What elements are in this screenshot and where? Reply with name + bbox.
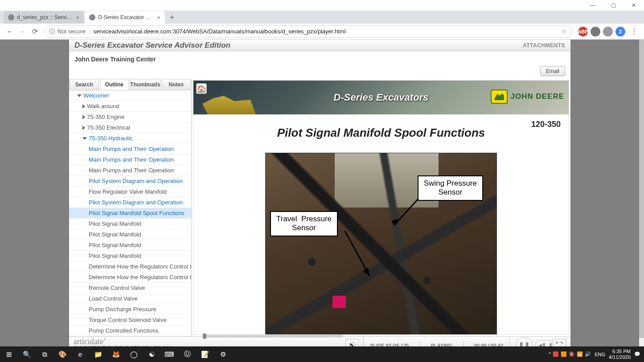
close-tab-icon[interactable]: × bbox=[157, 14, 160, 21]
tray-icon[interactable]: 🟧 bbox=[561, 351, 567, 357]
time-display: 00:00 / 00:42 bbox=[474, 343, 503, 347]
outline-label: Pilot Signal Manifold bbox=[89, 231, 141, 238]
page-scrollbar[interactable] bbox=[639, 40, 644, 346]
window-minimize[interactable]: — bbox=[582, 0, 603, 11]
security-badge[interactable]: ⓘ Not secure bbox=[49, 28, 86, 36]
back-button[interactable]: ← bbox=[4, 25, 16, 38]
player-app: D-Series Excavator Service Advisor Editi… bbox=[69, 40, 570, 346]
email-button[interactable]: Email bbox=[540, 66, 565, 76]
url-text: serviceadvisorlocal.deere.com:3074/WebSA… bbox=[93, 28, 345, 35]
tray-icon[interactable]: 🔇 bbox=[569, 351, 575, 357]
extension-icon[interactable]: ABP bbox=[578, 27, 588, 37]
outline-item[interactable]: 75-350 Electrical bbox=[69, 122, 191, 133]
taskbar-app-icon[interactable]: 🦊 bbox=[107, 346, 125, 362]
tab-search[interactable]: Search bbox=[70, 79, 99, 90]
outline-item[interactable]: Pilot Signal Manifold bbox=[69, 229, 191, 240]
browser-tab-0[interactable]: d_series_pzx :: Service ADVISOR™ × bbox=[4, 11, 84, 24]
clock[interactable]: 6:35 PM 4/11/2020 bbox=[609, 349, 631, 359]
pause-button[interactable]: ❚❚ bbox=[516, 338, 532, 347]
taskbar-app-icon[interactable]: ⊞ bbox=[0, 346, 18, 362]
taskbar-app-icon[interactable]: Ⓤ bbox=[178, 346, 196, 362]
browser-menu-button[interactable]: ⋮ bbox=[628, 25, 640, 38]
notifications-icon[interactable]: 💬 bbox=[634, 351, 640, 357]
tab-outline[interactable]: Outline bbox=[100, 79, 129, 90]
outline-item[interactable]: Walk around bbox=[69, 101, 191, 112]
arrow-swing-icon bbox=[387, 194, 423, 230]
outline-label: Pilot Signal Manifold bbox=[89, 252, 141, 259]
tray-icon[interactable]: 🔊 bbox=[585, 351, 591, 357]
fullscreen-button[interactable]: ⛶ bbox=[553, 339, 566, 347]
tray-icon[interactable]: 🟥 bbox=[553, 351, 559, 357]
tab-thumbnails[interactable]: Thumbnails bbox=[130, 79, 160, 90]
app-body: Search Outline Thumbnails Notes Welcome!… bbox=[69, 79, 570, 336]
outline-item[interactable]: Determine How the Regulators Control th bbox=[69, 272, 191, 283]
progress-track[interactable] bbox=[203, 335, 343, 338]
slide-area: 🏠 D-Series Excavators JOHN DEERE 120-350… bbox=[192, 79, 570, 336]
outline-label: Load Control Valve bbox=[89, 295, 138, 302]
outline-label: 75-350 Electrical bbox=[87, 124, 130, 131]
outline-item[interactable]: Torque Control Solenoid Valve bbox=[69, 315, 191, 325]
tray-icon[interactable]: 📶 bbox=[577, 351, 583, 357]
window-close[interactable]: ✕ bbox=[623, 0, 644, 11]
brand-block: JOHN DEERE bbox=[491, 89, 564, 104]
progress-knob[interactable] bbox=[203, 334, 206, 339]
outline-item[interactable]: 75-350 Hydraulic bbox=[69, 133, 191, 144]
chevron-right-icon bbox=[82, 115, 85, 119]
window-maximize[interactable]: ▢ bbox=[603, 0, 623, 11]
tray-icon[interactable]: ^ bbox=[549, 351, 551, 357]
outline-item[interactable]: Remote Control Valve bbox=[69, 283, 191, 293]
taskbar-app-icon[interactable]: 📝 bbox=[196, 346, 214, 362]
extension-icon[interactable] bbox=[603, 27, 613, 37]
outline-item[interactable]: Pilot Signal Manifold Spool Functions bbox=[69, 208, 191, 219]
taskbar-app-icon[interactable]: 🎨 bbox=[53, 346, 71, 362]
taskbar-app-icon[interactable]: 🔍 bbox=[18, 346, 36, 362]
fullscreen-icon: ⛶ bbox=[556, 342, 563, 347]
address-bar[interactable]: ⓘ Not secure | serviceadvisorlocal.deere… bbox=[45, 25, 572, 38]
taskbar-app-icon[interactable]: 📁 bbox=[89, 346, 107, 362]
browser-tab-1[interactable]: D-Series Excavator Service Advis × bbox=[85, 11, 165, 24]
taskbar-app-icon[interactable]: ☯ bbox=[143, 346, 160, 362]
language-indicator[interactable]: ENG bbox=[595, 352, 605, 357]
outline-item[interactable]: Pump Discharge Pressure bbox=[69, 304, 191, 315]
tab-notes[interactable]: Notes bbox=[161, 79, 191, 90]
outline-item[interactable]: Pilot Signal Manifold bbox=[69, 219, 191, 229]
outline-item[interactable]: Main Pumps and Their Operation bbox=[69, 144, 191, 155]
outline-item[interactable]: Flow Regulator Valve Manifold bbox=[69, 187, 191, 197]
outline-item[interactable]: Pilot Signal Manifold bbox=[69, 251, 191, 261]
outline-item[interactable]: Load Control Valve bbox=[69, 293, 191, 304]
slide: 🏠 D-Series Excavators JOHN DEERE 120-350… bbox=[193, 80, 569, 335]
outline-item[interactable]: 75-350 Engine bbox=[69, 112, 191, 122]
outline-label: Pilot Signal Manifold bbox=[89, 242, 141, 248]
outline-item[interactable]: Main Pumps and Their Operation bbox=[69, 165, 191, 176]
outline-item[interactable]: Main Pumps and Their Operation bbox=[69, 155, 191, 165]
outline-item[interactable]: Pilot System Diagram and Operation bbox=[69, 176, 191, 187]
bookmark-star-icon[interactable]: ☆ bbox=[562, 28, 567, 35]
profile-avatar-icon[interactable]: Z bbox=[615, 27, 625, 37]
sidebar: Search Outline Thumbnails Notes Welcome!… bbox=[69, 79, 192, 336]
outline-item[interactable]: Determine How the Regulators Control th bbox=[69, 261, 191, 272]
close-tab-icon[interactable]: × bbox=[76, 14, 79, 21]
taskbar-app-icon[interactable]: ◯ bbox=[125, 346, 143, 362]
scrollbar-thumb[interactable] bbox=[639, 40, 644, 338]
outline-label: Pump Discharge Pressure bbox=[89, 306, 156, 313]
app-title: D-Series Excavator Service Advisor Editi… bbox=[74, 41, 523, 50]
outline-item[interactable]: Pilot System Diagram and Operation bbox=[69, 197, 191, 208]
taskbar-app-icon[interactable]: e bbox=[71, 346, 89, 362]
outline-item[interactable]: Welcome! bbox=[69, 90, 191, 101]
extensions-area: ABP Z ⋮ bbox=[578, 25, 640, 38]
step-back-icon[interactable]: ◀❚ bbox=[538, 342, 546, 346]
attachments-link[interactable]: ATTACHMENTS bbox=[523, 42, 565, 49]
extension-icon[interactable] bbox=[591, 27, 600, 37]
outline-tree[interactable]: Welcome!Walk around75-350 Engine75-350 E… bbox=[69, 90, 191, 336]
taskbar-app-icon[interactable]: ⧉ bbox=[36, 346, 53, 362]
taskbar-app-icon[interactable]: ⌨ bbox=[160, 346, 178, 362]
forward-button[interactable]: → bbox=[16, 25, 29, 38]
taskbar-app-icon[interactable]: ⚙ bbox=[214, 346, 232, 362]
volume-button[interactable]: 🔊 bbox=[345, 339, 359, 347]
outline-item[interactable]: Pump Controlled Functions bbox=[69, 325, 191, 336]
outline-label: Determine How the Regulators Control th bbox=[89, 274, 191, 281]
new-tab-button[interactable]: + bbox=[166, 11, 178, 24]
home-button[interactable]: 🏠 bbox=[196, 83, 207, 94]
outline-item[interactable]: Pilot Signal Manifold bbox=[69, 240, 191, 251]
reload-button[interactable]: ⟳ bbox=[29, 25, 41, 38]
